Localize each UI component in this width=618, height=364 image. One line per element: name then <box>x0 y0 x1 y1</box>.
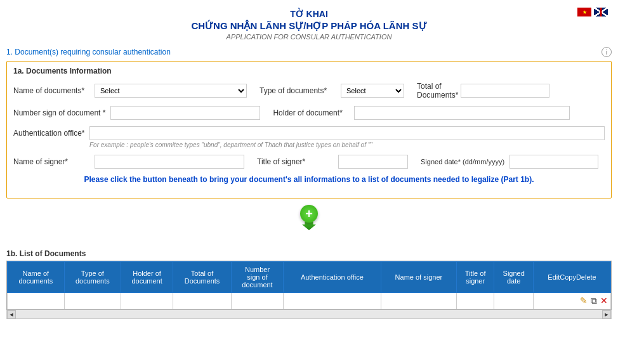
scroll-right-button[interactable]: ► <box>602 310 611 319</box>
page-header: TỜ KHAI CHỨNG NHẬN LÃNH SỰ/HỢP PHÁP HÓA … <box>0 0 618 44</box>
cell-signer-title <box>457 293 494 309</box>
section1-label-text: 1. Document(s) requiring consular authen… <box>6 48 171 56</box>
input-holder-of-document[interactable] <box>354 106 570 120</box>
delete-button[interactable]: ✕ <box>600 296 608 306</box>
add-document-button[interactable]: + <box>292 205 326 239</box>
col-header-title-of-signer: Title ofsigner <box>457 262 494 293</box>
add-button-area: + <box>0 205 618 239</box>
section1a-heading: 1a. Documents Information <box>13 67 605 75</box>
cell-signed-date <box>494 293 534 309</box>
col-header-number-sign: Numbersign ofdocument <box>232 262 284 293</box>
input-signed-date[interactable] <box>510 155 598 169</box>
select-name-of-documents[interactable]: Select Option 1 Option 2 <box>95 84 247 98</box>
col-header-total-of-documents: Total ofDocuments <box>173 262 231 293</box>
info-icon[interactable]: i <box>602 47 612 57</box>
cell-auth-office <box>283 293 381 309</box>
input-name-of-signer[interactable] <box>95 155 244 169</box>
label-signed-date: Signed date* (dd/mm/yyyy) <box>421 158 504 166</box>
cell-signer-name <box>381 293 456 309</box>
input-total-of-documents[interactable] <box>461 84 549 98</box>
input-title-of-signer[interactable] <box>338 155 408 169</box>
input-number-sign[interactable] <box>110 106 260 120</box>
label-name-of-signer: Name of signer* <box>13 157 89 166</box>
scroll-left-button[interactable]: ◄ <box>7 310 16 319</box>
plus-icon: + <box>300 205 318 223</box>
edit-button[interactable]: ✎ <box>580 296 588 306</box>
cell-total <box>173 293 231 309</box>
section1-label-row: 1. Document(s) requiring consular authen… <box>0 44 618 60</box>
row-number-holder: Number sign of document * Holder of docu… <box>13 106 605 120</box>
scroll-track[interactable] <box>16 310 602 318</box>
col-header-holder-of-document: Holder ofdocument <box>121 262 173 293</box>
cell-type <box>64 293 121 309</box>
auth-office-hint: For example : people's commitee types "u… <box>89 141 605 148</box>
cell-actions: ✎ ⧉ ✕ <box>534 293 611 309</box>
cell-number-sign <box>232 293 284 309</box>
label-name-of-documents: Name of documents* <box>13 86 89 95</box>
col-header-type-of-documents: Type ofdocuments <box>64 262 121 293</box>
row-name-type-total: Name of documents* Select Option 1 Optio… <box>13 82 605 100</box>
flag-vietnam[interactable] <box>577 8 591 16</box>
click-instruction-text: Please click the button beneath to bring… <box>13 175 605 184</box>
horizontal-scrollbar[interactable]: ◄ ► <box>6 310 612 319</box>
language-flags[interactable] <box>577 8 608 16</box>
section1b-heading: 1b. List of Documents <box>0 247 618 261</box>
input-authentication-office[interactable] <box>89 126 605 140</box>
cell-holder <box>121 293 173 309</box>
col-header-edit-copy-delete: EditCopyDelete <box>534 262 611 293</box>
label-holder-of-document: Holder of document* <box>273 108 349 117</box>
documents-table-container: Name ofdocuments Type ofdocuments Holder… <box>6 261 612 310</box>
section1a-container: 1a. Documents Information Name of docume… <box>6 61 612 198</box>
col-header-name-of-signer: Name of signer <box>381 262 456 293</box>
label-title-of-signer: Title of signer* <box>257 157 333 166</box>
copy-button[interactable]: ⧉ <box>591 296 597 306</box>
label-number-sign: Number sign of document * <box>13 108 105 117</box>
flag-uk[interactable] <box>594 8 608 16</box>
col-header-signed-date: Signeddate <box>494 262 534 293</box>
title-line3: APPLICATION FOR CONSULAR AUTHENTICATION <box>0 33 618 41</box>
col-header-authentication-office: Authentication office <box>283 262 381 293</box>
select-type-of-documents[interactable]: Select Option 1 Option 2 <box>341 84 404 98</box>
row-authentication-office: Authentication office* For example : peo… <box>13 126 605 148</box>
label-authentication-office: Authentication office* <box>13 129 85 138</box>
cell-name <box>8 293 65 309</box>
label-type-of-documents: Type of documents* <box>260 86 336 95</box>
title-line2: CHỨNG NHẬN LÃNH SỰ/HỢP PHÁP HÓA LÃNH SỰ <box>0 20 618 32</box>
table-row-empty: ✎ ⧉ ✕ <box>8 293 611 309</box>
title-line1: TỜ KHAI <box>0 9 618 19</box>
row-signer: Name of signer* Title of signer* Signed … <box>13 155 605 169</box>
col-header-name-of-documents: Name ofdocuments <box>8 262 65 293</box>
label-total-of-documents: Total ofDocuments* <box>417 82 458 100</box>
documents-table: Name ofdocuments Type ofdocuments Holder… <box>7 261 611 309</box>
